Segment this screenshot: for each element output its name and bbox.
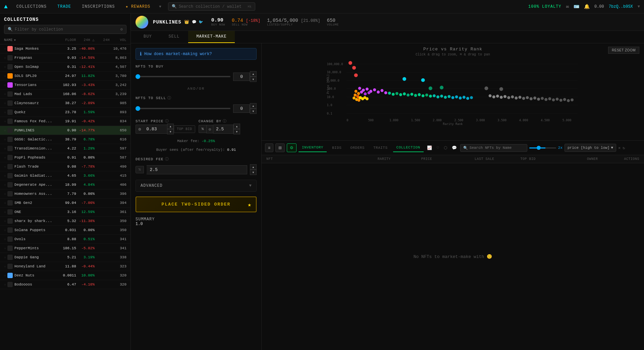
table-tab-traits[interactable]: TRAITS (370, 144, 391, 152)
collection-list-item[interactable]: ☆ Solana Puppets 0.031 0.00% 350 (0, 226, 130, 235)
list-view-button[interactable]: ≡ (265, 143, 273, 152)
favorite-star[interactable]: ☆ (4, 119, 6, 123)
collection-list-item[interactable]: ☆ ONE 3.16 12.59% 361 (0, 208, 130, 217)
id-icon[interactable]: 🪪 (574, 4, 579, 9)
desired-fee-input[interactable] (147, 165, 247, 174)
twitter-icon[interactable]: 🐦 (199, 20, 203, 24)
rewards-dropdown[interactable]: ▼ (159, 5, 161, 9)
favorite-star[interactable]: ☆ (4, 110, 6, 114)
collection-list-item[interactable]: ☆ PUNKLINES 0.90 -14.77% 650 (0, 126, 130, 135)
sidebar-filter-icon[interactable]: ⚙ (120, 27, 123, 32)
favorite-star[interactable]: ☆ (4, 192, 6, 196)
buy-now-value[interactable]: 0.90 (211, 17, 225, 23)
desired-fee-up[interactable]: ▲ (250, 164, 257, 170)
favorite-star[interactable]: ☆ (4, 210, 6, 214)
change-by-down[interactable]: ▼ (233, 129, 240, 134)
start-price-up[interactable]: ▲ (167, 124, 174, 129)
start-price-info-icon[interactable]: ⓘ (165, 119, 169, 124)
filter-button[interactable]: ⚙ (287, 143, 297, 152)
favorite-star[interactable]: ☆ (4, 174, 6, 178)
bell-icon[interactable]: 🔔 (584, 4, 590, 9)
favorite-star[interactable]: ☆ (4, 228, 6, 232)
table-tab-inventory[interactable]: INVENTORY (299, 143, 327, 152)
collection-list-item[interactable]: ☆ Froganas 9.03 -14.59% 8,863 (0, 53, 130, 62)
collection-list-item[interactable]: ☆ Deez Nuts 0.0011 10.00% 320 (0, 271, 130, 280)
nav-trade[interactable]: TRADE (55, 3, 73, 10)
refresh-button[interactable]: ↻ (623, 145, 625, 150)
collection-list-item[interactable]: ☆ Ovols 8.88 0.51% 341 (0, 235, 130, 244)
tab-buy[interactable]: BUY (136, 31, 160, 43)
favorite-star[interactable]: ☆ (4, 183, 6, 187)
favorite-star[interactable]: ☆ (4, 92, 6, 96)
change-by-circle-icon[interactable]: ◎ (206, 125, 213, 133)
zoom-slider[interactable] (529, 147, 556, 148)
collection-list-item[interactable]: ☆ Dappie Gang 5.21 3.19% 338 (0, 253, 130, 262)
favorite-star[interactable]: ☆ (4, 65, 6, 69)
favorite-star[interactable]: ☆ (4, 128, 6, 132)
chart-icon[interactable]: 📈 (427, 145, 432, 150)
desired-fee-info-icon[interactable]: ⓘ (165, 157, 169, 162)
favorite-star[interactable]: ☆ (4, 282, 6, 287)
start-price-input[interactable] (144, 125, 167, 134)
collection-list-item[interactable]: ☆ Homeowners Ass... 7.79 0.00% 396 (0, 189, 130, 199)
nfts-to-sell-info-icon[interactable]: ⓘ (167, 95, 171, 100)
sell-now-value[interactable]: 0.74 (232, 18, 243, 23)
table-tab-collection[interactable]: COLLECTION (393, 143, 424, 152)
top-search[interactable]: 🔍 Search collection / wallet ⌘k (168, 2, 255, 11)
nfts-to-buy-slider[interactable] (136, 76, 230, 77)
collection-list-item[interactable]: ☆ Mad Lads 168.06 -8.62% 3,239 (0, 90, 130, 99)
favorite-star[interactable]: ☆ (4, 47, 6, 51)
grid-view-button[interactable]: ⊞ (275, 143, 285, 152)
change-by-info-icon[interactable]: ⓘ (223, 119, 227, 124)
collection-list-item[interactable]: ☆ Claynosaurz 38.27 -2.89% 985 (0, 99, 130, 108)
favorite-star[interactable]: ☆ (4, 237, 6, 241)
favorite-star[interactable]: ☆ (4, 219, 6, 223)
info-banner[interactable]: ℹ How does market-making work? (136, 48, 257, 60)
favorite-star[interactable]: ☆ (4, 146, 6, 150)
favorite-star[interactable]: ☆ (4, 273, 6, 277)
clear-filter-button[interactable]: ✕ (618, 145, 621, 150)
reset-zoom-button[interactable]: RESET ZOOM (608, 47, 639, 54)
collection-list-item[interactable]: ☆ Flash Trade 9.08 -7.78% 490 (0, 162, 130, 171)
start-price-down[interactable]: ▼ (167, 129, 174, 134)
favorite-star[interactable]: ☆ (4, 264, 6, 268)
table-tab-bids[interactable]: BIDS (329, 144, 345, 152)
collection-list-item[interactable]: ☆ sharx by shark... 5.32 -11.38% 350 (0, 217, 130, 226)
collection-list-item[interactable]: ☆ Honeyland Land 11.88 -0.44% 323 (0, 262, 130, 271)
favorite-star[interactable]: ☆ (4, 101, 6, 105)
advanced-section[interactable]: ADVANCED ▼ (136, 180, 257, 192)
nfts-to-buy-down[interactable]: ▼ (250, 77, 257, 82)
nav-rewards[interactable]: ★ REWARDS (123, 3, 152, 10)
nfts-to-sell-down[interactable]: ▼ (250, 108, 257, 114)
collection-list-item[interactable]: ☆ Famous Fox Fed... 19.91 -0.42% 834 (0, 117, 130, 126)
top-bid-badge[interactable]: TOP BID (174, 125, 195, 133)
favorite-star[interactable]: ☆ (4, 201, 6, 205)
nft-search-input[interactable] (470, 146, 524, 150)
discord-icon[interactable]: 💬 (192, 20, 197, 24)
analytics-icon[interactable]: ⬡ (444, 145, 447, 150)
collection-list-item[interactable]: ☆ GGSG: Galactic... 38.79 6.78% 616 (0, 135, 130, 144)
app-logo[interactable]: ▲ (4, 3, 8, 10)
collection-list-item[interactable]: ☆ Bodoooos 6.47 -4.10% 320 (0, 280, 130, 289)
wallet-dropdown[interactable]: ▼ (638, 4, 640, 9)
sort-dropdown[interactable]: price [high to low] ▼ (565, 144, 616, 152)
change-by-input[interactable] (213, 125, 233, 134)
collection-list-item[interactable]: ☆ Tensorians 102.93 -3.43% 3,242 (0, 81, 130, 90)
chat-icon[interactable]: 💬 (452, 145, 457, 150)
collection-list-item[interactable]: ☆ Saga Monkes 3.25 -40.00% 10,476 (0, 44, 130, 53)
favorite-star[interactable]: ☆ (4, 156, 6, 160)
nav-collections[interactable]: COLLECTIONS (14, 3, 49, 10)
tab-market-make[interactable]: MARKET-MAKE (188, 31, 234, 43)
favorite-star[interactable]: ☆ (4, 165, 6, 169)
change-by-up[interactable]: ▲ (233, 124, 240, 129)
place-order-button[interactable]: PLACE TWO-SIDED ORDER ★ (136, 196, 257, 212)
favorite-star[interactable]: ☆ (4, 83, 6, 87)
favorite-star[interactable]: ☆ (4, 74, 6, 78)
nav-inscriptions[interactable]: INSCRIPTIONS (80, 3, 117, 10)
col-header-name[interactable]: NAME ▼ (4, 38, 56, 42)
collection-list-item[interactable]: ☆ PopFi Popheads 0.91 0.00% 587 (0, 153, 130, 162)
nfts-to-sell-slider[interactable] (136, 108, 230, 109)
tab-sell[interactable]: SELL (161, 31, 188, 43)
wallet-address[interactable]: 7bzQ..b9SX (609, 4, 633, 9)
collection-list-item[interactable]: ☆ Open Solmap 0.31 -12.41% 4,507 (0, 62, 130, 72)
